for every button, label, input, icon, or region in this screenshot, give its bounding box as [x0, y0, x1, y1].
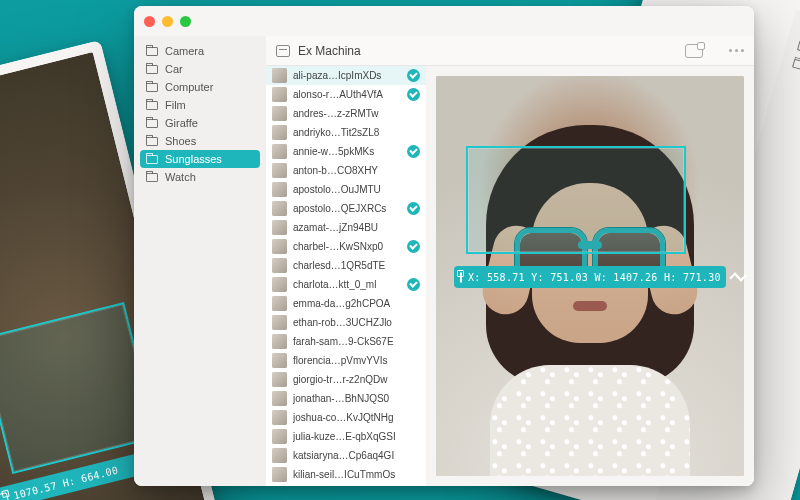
file-item[interactable]: ethan-rob…3UCHZJlo — [266, 313, 426, 332]
sidebar-item-label: Camera — [165, 45, 204, 57]
sidebar-item-label: Sunglasses — [165, 153, 222, 165]
file-item[interactable]: ali-paza…IcpImXDs — [266, 66, 426, 85]
thumbnail — [272, 106, 287, 121]
thumbnail — [272, 372, 287, 387]
file-item[interactable]: anton-b…CO8XHY — [266, 161, 426, 180]
window-minimize-button[interactable] — [162, 16, 173, 27]
file-name: charlesd…1QR5dTE — [293, 260, 420, 271]
thumbnail — [272, 87, 287, 102]
file-item[interactable]: katsiaryna…Cp6aq4GI — [266, 446, 426, 465]
thumbnail — [272, 334, 287, 349]
thumbnail — [272, 220, 287, 235]
check-icon — [407, 240, 420, 253]
sidebar-item-label: Film — [165, 99, 186, 111]
sidebar-item-watch[interactable]: Watch — [134, 168, 266, 186]
file-name: annie-w…5pkMKs — [293, 146, 401, 157]
sidebar-item-shoes[interactable]: Shoes — [134, 132, 266, 150]
sidebar-item-sunglasses[interactable]: Sunglasses — [140, 150, 260, 168]
thumbnail — [272, 163, 287, 178]
main-window: CameraCarComputerFilmGiraffeShoesSunglas… — [134, 6, 754, 486]
file-item[interactable]: joshua-co…KvJQtNHg — [266, 408, 426, 427]
thumbnail — [272, 429, 287, 444]
file-item[interactable]: apostolo…QEJXRCs — [266, 199, 426, 218]
file-item[interactable]: alonso-r…AUth4VfA — [266, 85, 426, 104]
file-item[interactable]: andres-…z-zRMTw — [266, 104, 426, 123]
check-icon — [407, 202, 420, 215]
file-item[interactable]: florencia…pVmvYVIs — [266, 351, 426, 370]
crop-icon — [460, 272, 462, 283]
file-name: kilian-seil…ICuTmmOs — [293, 469, 420, 480]
file-item[interactable]: annie-w…5pkMKs — [266, 142, 426, 161]
file-name: alonso-r…AUth4VfA — [293, 89, 401, 100]
file-item[interactable]: kiran-ck-l…4SZHRgA — [266, 484, 426, 486]
crop-icon — [0, 492, 9, 500]
file-item[interactable]: apostolo…OuJMTU — [266, 180, 426, 199]
image-viewer: X: 558.71 Y: 751.03 W: 1407.26 H: 771.30 — [426, 66, 754, 486]
check-icon — [407, 88, 420, 101]
file-item[interactable]: kilian-seil…ICuTmmOs — [266, 465, 426, 484]
collection-icon — [276, 45, 290, 57]
sidebar-item-label: Giraffe — [165, 117, 198, 129]
file-item[interactable]: julia-kuze…E-qbXqGSI — [266, 427, 426, 446]
thumbnail — [272, 258, 287, 273]
sidebar-item-giraffe[interactable]: Giraffe — [134, 114, 266, 132]
sidebar-item-camera[interactable]: Camera — [134, 42, 266, 60]
export-icon[interactable] — [685, 44, 703, 58]
file-name: ethan-rob…3UCHZJlo — [293, 317, 420, 328]
thumbnail — [272, 315, 287, 330]
thumbnail — [272, 391, 287, 406]
check-icon — [407, 145, 420, 158]
file-name: florencia…pVmvYVIs — [293, 355, 420, 366]
sidebar: CameraCarComputerFilmGiraffeShoesSunglas… — [134, 36, 266, 486]
check-icon — [407, 278, 420, 291]
folder-icon — [146, 65, 158, 74]
file-name: joshua-co…KvJQtNHg — [293, 412, 420, 423]
more-icon[interactable] — [729, 49, 744, 52]
titlebar — [134, 6, 754, 36]
check-icon — [407, 69, 420, 82]
thumbnail — [272, 353, 287, 368]
file-item[interactable]: charbel-…KwSNxp0 — [266, 237, 426, 256]
file-item[interactable]: charlota…ktt_0_ml — [266, 275, 426, 294]
file-name: anton-b…CO8XHY — [293, 165, 420, 176]
thumbnail — [272, 467, 287, 482]
file-name: apostolo…OuJMTU — [293, 184, 420, 195]
coordinates-bar: X: 558.71 Y: 751.03 W: 1407.26 H: 771.30 — [454, 266, 726, 288]
file-item[interactable]: azamat-…jZn94BU — [266, 218, 426, 237]
file-name: jonathan-…BhNJQS0 — [293, 393, 420, 404]
file-list[interactable]: ali-paza…IcpImXDsalonso-r…AUth4VfAandres… — [266, 66, 426, 486]
folder-icon — [146, 155, 158, 164]
sidebar-item-label: Car — [165, 63, 183, 75]
coordinates-text: X: 558.71 Y: 751.03 W: 1407.26 H: 771.30 — [468, 272, 721, 283]
bounding-box[interactable] — [466, 146, 686, 254]
file-name: ali-paza…IcpImXDs — [293, 70, 401, 81]
file-item[interactable]: andriyko…Tit2sZL8 — [266, 123, 426, 142]
page-title: Ex Machina — [298, 44, 361, 58]
sidebar-item-label: Shoes — [165, 135, 196, 147]
file-name: giorgio-tr…r-z2nQDw — [293, 374, 420, 385]
sidebar-item-label: Computer — [165, 81, 213, 93]
folder-icon — [146, 47, 158, 56]
file-name: julia-kuze…E-qbXqGSI — [293, 431, 420, 442]
folder-icon — [146, 101, 158, 110]
file-item[interactable]: farah-sam…9-CkS67E — [266, 332, 426, 351]
file-item[interactable]: charlesd…1QR5dTE — [266, 256, 426, 275]
sidebar-item-car[interactable]: Car — [134, 60, 266, 78]
file-name: andres-…z-zRMTw — [293, 108, 420, 119]
file-item[interactable]: jonathan-…BhNJQS0 — [266, 389, 426, 408]
sidebar-item-film[interactable]: Film — [134, 96, 266, 114]
file-name: charlota…ktt_0_ml — [293, 279, 401, 290]
file-name: apostolo…QEJXRCs — [293, 203, 401, 214]
file-item[interactable]: emma-da…g2hCPOA — [266, 294, 426, 313]
window-close-button[interactable] — [144, 16, 155, 27]
file-item[interactable]: giorgio-tr…r-z2nQDw — [266, 370, 426, 389]
thumbnail — [272, 239, 287, 254]
window-maximize-button[interactable] — [180, 16, 191, 27]
thumbnail — [272, 296, 287, 311]
file-name: andriyko…Tit2sZL8 — [293, 127, 420, 138]
sidebar-item-watch[interactable]: Watch — [779, 51, 800, 104]
file-name: charbel-…KwSNxp0 — [293, 241, 401, 252]
sidebar-item-computer[interactable]: Computer — [134, 78, 266, 96]
file-name: azamat-…jZn94BU — [293, 222, 420, 233]
thumbnail — [272, 68, 287, 83]
